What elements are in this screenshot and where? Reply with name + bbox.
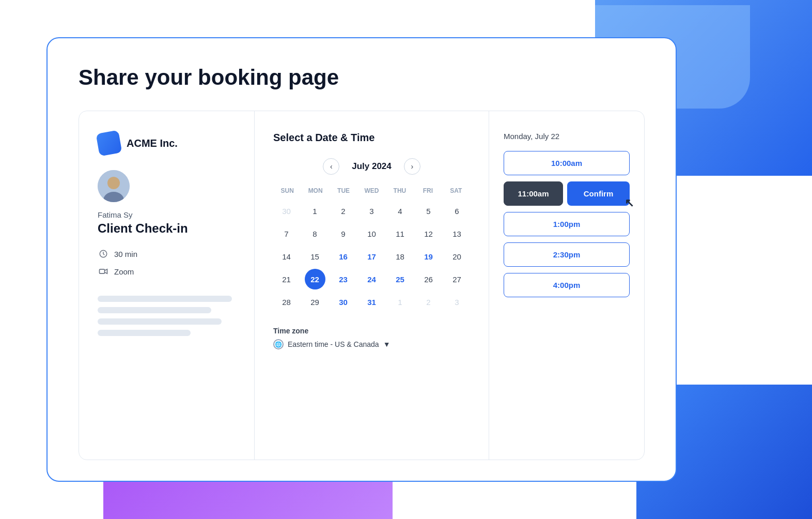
timezone-value: Eastern time - US & Canada [288,340,379,348]
calendar-day[interactable]: 1 [305,201,325,221]
svg-point-1 [107,177,120,189]
calendar-day[interactable]: 28 [276,292,297,312]
calendar-weekday: SAT [442,185,470,196]
duration-row: 30 min [98,248,236,260]
booking-card: Share your booking page ACME Inc. [46,37,677,482]
calendar-weekday: THU [386,185,414,196]
calendar-day: 2 [418,292,439,312]
avatar [98,170,130,202]
calendar-day[interactable]: 2 [333,201,354,221]
skeleton-line-3 [98,318,222,325]
calendar-day[interactable]: 6 [447,201,467,221]
calendar-day[interactable]: 21 [276,269,297,289]
calendar-day[interactable]: 23 [333,269,354,289]
calendar-day[interactable]: 16 [333,246,354,267]
left-panel: ACME Inc. Fatima Sy Client Check-in [79,111,255,460]
timezone-label: Time zone [273,327,470,335]
prev-month-button[interactable]: ‹ [323,158,339,175]
company-name: ACME Inc. [127,138,178,149]
company-row: ACME Inc. [98,132,236,155]
calendar-day[interactable]: 5 [418,201,439,221]
skeleton-placeholder [98,296,236,336]
timeslots-panel: Monday, July 22 10:00am11:00amConfirm↖1:… [489,111,644,460]
calendar-weekday: FRI [414,185,442,196]
clock-icon [98,248,109,260]
calendar-grid: SUNMONTUEWEDTHUFRISAT 301234567891011121… [273,185,470,312]
timezone-section: Time zone 🌐 Eastern time - US & Canada ▼ [273,327,470,349]
confirm-button[interactable]: Confirm↖ [567,181,630,206]
calendar-day: 30 [276,201,297,221]
platform-row: Zoom [98,266,236,277]
calendar-weekday: MON [301,185,329,196]
skeleton-line-4 [98,330,191,336]
booking-columns: ACME Inc. Fatima Sy Client Check-in [79,111,645,460]
calendar-day[interactable]: 20 [447,246,467,267]
timezone-select[interactable]: 🌐 Eastern time - US & Canada ▼ [273,339,470,349]
calendar-day[interactable]: 26 [418,269,439,289]
calendar-day[interactable]: 25 [390,269,411,289]
calendar-day[interactable]: 15 [305,246,325,267]
calendar-day: 3 [447,292,467,312]
calendar-day[interactable]: 4 [390,201,411,221]
zoom-icon [98,266,109,277]
skeleton-line-1 [98,296,232,302]
meeting-title: Client Check-in [98,221,236,236]
calendar-day[interactable]: 19 [418,246,439,267]
calendar-section-title: Select a Date & Time [273,132,470,144]
selected-date-label: Monday, July 22 [504,132,630,141]
time-slot[interactable]: 10:00am [504,151,630,175]
calendar-day[interactable]: 30 [333,292,354,312]
avatar-image [98,170,130,202]
calendar-weekday: TUE [330,185,357,196]
calendar-day[interactable]: 8 [305,223,325,244]
calendar-day[interactable]: 13 [447,223,467,244]
calendar-weekday: WED [357,185,385,196]
calendar-day[interactable]: 22 [305,269,325,289]
calendar-day[interactable]: 29 [305,292,325,312]
calendar-day[interactable]: 18 [390,246,411,267]
calendar-day: 1 [390,292,411,312]
skeleton-line-2 [98,307,211,313]
calendar-panel: Select a Date & Time ‹ July 2024 › SUNMO… [255,111,489,460]
calendar-day[interactable]: 11 [390,223,411,244]
calendar-day[interactable]: 7 [276,223,297,244]
time-slot-selected[interactable]: 11:00am [504,181,563,206]
duration-text: 30 min [114,250,137,258]
calendar-month-label: July 2024 [352,161,392,172]
time-slots-list: 10:00am11:00amConfirm↖1:00pm2:30pm4:00pm [504,151,630,297]
time-slot[interactable]: 1:00pm [504,212,630,236]
calendar-weekday: SUN [273,185,301,196]
time-slot[interactable]: 4:00pm [504,273,630,297]
calendar-day[interactable]: 24 [362,269,382,289]
company-logo-icon [96,130,122,157]
calendar-day[interactable]: 17 [362,246,382,267]
calendar-header: ‹ July 2024 › [273,158,470,175]
calendar-day[interactable]: 14 [276,246,297,267]
time-slot-selected-row: 11:00amConfirm↖ [504,181,630,206]
calendar-day[interactable]: 10 [362,223,382,244]
calendar-day[interactable]: 31 [362,292,382,312]
calendar-weekdays: SUNMONTUEWEDTHUFRISAT [273,185,470,196]
calendar-day[interactable]: 12 [418,223,439,244]
page-title: Share your booking page [79,65,645,90]
time-slot[interactable]: 2:30pm [504,242,630,267]
timezone-dropdown-icon: ▼ [383,340,391,348]
platform-text: Zoom [114,267,134,276]
calendar-day[interactable]: 27 [447,269,467,289]
next-month-button[interactable]: › [404,158,420,175]
calendar-day[interactable]: 9 [333,223,354,244]
svg-rect-4 [100,269,105,273]
globe-icon: 🌐 [273,339,284,349]
cursor-indicator: ↖ [624,196,634,210]
calendar-day[interactable]: 3 [362,201,382,221]
person-name: Fatima Sy [98,210,236,219]
calendar-days: 3012345678910111213141516171819202122232… [273,201,470,312]
